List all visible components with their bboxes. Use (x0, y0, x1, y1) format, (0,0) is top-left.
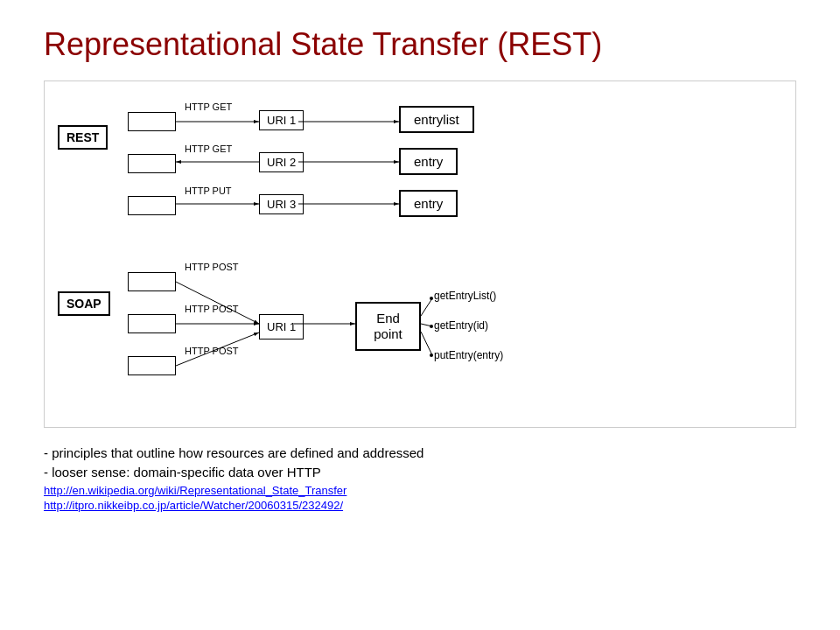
link-2[interactable]: http://itpro.nikkeibp.co.jp/article/Watc… (44, 499, 796, 512)
rest-method-2: HTTP GET (185, 144, 232, 154)
svg-point-15 (430, 297, 433, 300)
soap-op-3: putEntry(entry) (434, 349, 503, 361)
soap-op-1: getEntryList() (434, 290, 496, 302)
rest-method-1: HTTP GET (185, 102, 232, 112)
svg-line-14 (421, 332, 432, 355)
soap-section: SOAP HTTP POST HTTP POST HTTP POST URI 1… (58, 256, 782, 414)
rest-section: REST HTTP GET HTTP GET HTTP PUT URI 1 UR… (58, 94, 782, 248)
rest-uri-1: URI 1 (259, 110, 304, 130)
diagram-area: REST HTTP GET HTTP GET HTTP PUT URI 1 UR… (44, 80, 796, 428)
page-title: Representational State Transfer (REST) (44, 26, 796, 63)
soap-label: SOAP (58, 291, 110, 316)
rest-resource-1: entrylist (399, 106, 474, 133)
bottom-section: - principles that outline how resources … (44, 441, 796, 518)
soap-client-1 (128, 272, 176, 291)
link-1[interactable]: http://en.wikipedia.org/wiki/Representat… (44, 484, 796, 497)
soap-op-2: getEntry(id) (434, 319, 488, 332)
rest-uri-3: URI 3 (259, 194, 304, 214)
endpoint-box: End point (355, 302, 421, 351)
slide: Representational State Transfer (REST) R… (0, 0, 840, 630)
endpoint-label: End point (374, 311, 402, 341)
svg-line-13 (421, 324, 432, 326)
svg-point-16 (430, 325, 433, 328)
rest-label: REST (58, 125, 108, 150)
soap-method-3: HTTP POST (185, 346, 239, 356)
rest-resource-2: entry (399, 148, 458, 175)
soap-method-2: HTTP POST (185, 304, 239, 314)
soap-method-1: HTTP POST (185, 262, 239, 272)
soap-uri: URI 1 (259, 314, 304, 340)
rest-client-2 (128, 154, 176, 173)
soap-client-3 (128, 356, 176, 375)
rest-uri-2: URI 2 (259, 152, 304, 172)
svg-point-17 (430, 354, 433, 357)
rest-resource-3: entry (399, 190, 458, 217)
svg-line-12 (421, 298, 432, 316)
bullet-1: - principles that outline how resources … (44, 445, 796, 460)
bullet-2: - looser sense: domain-specific data ove… (44, 465, 796, 480)
rest-client-3 (128, 196, 176, 215)
rest-method-3: HTTP PUT (185, 186, 232, 196)
soap-client-2 (128, 314, 176, 333)
svg-line-8 (176, 282, 259, 324)
rest-client-1 (128, 112, 176, 131)
